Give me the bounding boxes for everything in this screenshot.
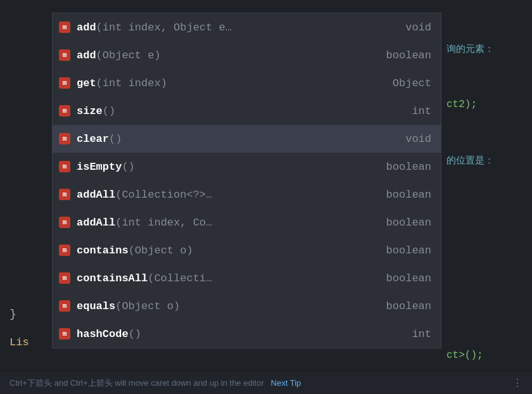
method-params-6: () bbox=[122, 161, 134, 173]
method-params-8: (int index, Co… bbox=[115, 217, 212, 229]
method-icon-7: m bbox=[59, 189, 70, 200]
method-icon-8: m bbox=[59, 217, 70, 228]
autocomplete-item-clear[interactable]: m clear () void bbox=[53, 125, 441, 153]
method-return-6: boolean bbox=[386, 161, 431, 173]
method-params-10: (Collecti… bbox=[148, 272, 212, 284]
status-tip-link[interactable]: Next Tip bbox=[271, 378, 301, 388]
method-params-2: (Object e) bbox=[96, 49, 161, 61]
method-name-2: add bbox=[77, 49, 96, 61]
method-return-12: int bbox=[412, 328, 431, 340]
autocomplete-item-addall-collection[interactable]: m addAll (Collection<?>… boolean bbox=[53, 181, 441, 208]
autocomplete-dropdown: m add (int index, Object e… void m add (… bbox=[52, 13, 441, 348]
method-return-2: boolean bbox=[386, 49, 431, 61]
method-params-12: () bbox=[129, 328, 141, 340]
method-name-4: size bbox=[77, 105, 103, 117]
autocomplete-item-size[interactable]: m size () int bbox=[53, 97, 441, 125]
method-icon-11: m bbox=[59, 300, 70, 312]
method-icon-4: m bbox=[59, 105, 70, 117]
method-name-1: add bbox=[77, 22, 96, 34]
autocomplete-item-contains[interactable]: m contains (Object o) boolean bbox=[53, 236, 441, 264]
status-tip-prefix: Ctrl+下箭头 and Ctrl+上箭头 will move caret do… bbox=[10, 378, 264, 388]
method-params-4: () bbox=[103, 105, 115, 117]
method-icon-9: m bbox=[59, 245, 70, 256]
autocomplete-item-get[interactable]: m get (int index) Object bbox=[53, 69, 441, 97]
status-bar: Ctrl+下箭头 and Ctrl+上箭头 will move caret do… bbox=[0, 371, 532, 394]
closing-brace: } bbox=[10, 308, 16, 321]
autocomplete-item-add-object[interactable]: m add (Object e) boolean bbox=[53, 41, 441, 69]
autocomplete-item-containsall[interactable]: m containsAll (Collecti… boolean bbox=[53, 264, 441, 292]
method-return-5: void bbox=[405, 133, 431, 145]
method-icon-12: m bbox=[59, 328, 70, 340]
status-tip-text: Ctrl+下箭头 and Ctrl+上箭头 will move caret do… bbox=[10, 378, 301, 389]
right-code-line-5: 的位置是： bbox=[446, 155, 494, 167]
method-return-9: boolean bbox=[386, 245, 431, 257]
method-params-1: (int index, Object e… bbox=[96, 22, 232, 34]
method-params-9: (Object o) bbox=[129, 245, 193, 257]
method-return-11: boolean bbox=[386, 300, 431, 312]
method-name-7: addAll bbox=[77, 189, 115, 201]
method-icon-1: m bbox=[59, 22, 70, 33]
method-return-1: void bbox=[405, 22, 431, 34]
method-icon-2: m bbox=[59, 49, 70, 61]
method-return-4: int bbox=[412, 105, 431, 117]
method-name-5: clear bbox=[77, 133, 109, 145]
method-name-10: containsAll bbox=[77, 272, 148, 284]
method-icon-5: m bbox=[59, 133, 70, 144]
method-return-7: boolean bbox=[386, 189, 431, 201]
method-icon-10: m bbox=[59, 272, 70, 284]
right-code-line-3: ct2); bbox=[446, 99, 477, 110]
method-icon-3: m bbox=[59, 77, 70, 89]
method-name-8: addAll bbox=[77, 217, 115, 229]
method-name-9: contains bbox=[77, 245, 129, 257]
right-code-line-1: 询的元素： bbox=[446, 43, 494, 55]
method-icon-6: m bbox=[59, 161, 70, 172]
autocomplete-item-addall-index[interactable]: m addAll (int index, Co… boolean bbox=[53, 208, 441, 236]
method-return-8: boolean bbox=[386, 217, 431, 229]
method-params-7: (Collection<?>… bbox=[115, 189, 212, 201]
autocomplete-item-equals[interactable]: m equals (Object o) boolean bbox=[53, 292, 441, 320]
autocomplete-item-isempty[interactable]: m isEmpty () boolean bbox=[53, 153, 441, 181]
method-params-3: (int index) bbox=[96, 77, 167, 89]
method-name-6: isEmpty bbox=[77, 161, 122, 173]
autocomplete-item-hashcode[interactable]: m hashCode () int bbox=[53, 320, 441, 348]
method-name-12: hashCode bbox=[77, 328, 129, 340]
method-name-3: get bbox=[77, 77, 96, 89]
method-return-10: boolean bbox=[386, 272, 431, 284]
autocomplete-item-add-index[interactable]: m add (int index, Object e… void bbox=[53, 13, 441, 41]
method-params-11: (Object o) bbox=[115, 300, 180, 312]
status-dots-menu[interactable]: ⋮ bbox=[512, 377, 522, 390]
list-keyword: Lis bbox=[10, 336, 29, 348]
method-name-11: equals bbox=[77, 300, 115, 312]
method-return-3: Object bbox=[393, 77, 431, 89]
method-params-5: () bbox=[109, 133, 122, 145]
